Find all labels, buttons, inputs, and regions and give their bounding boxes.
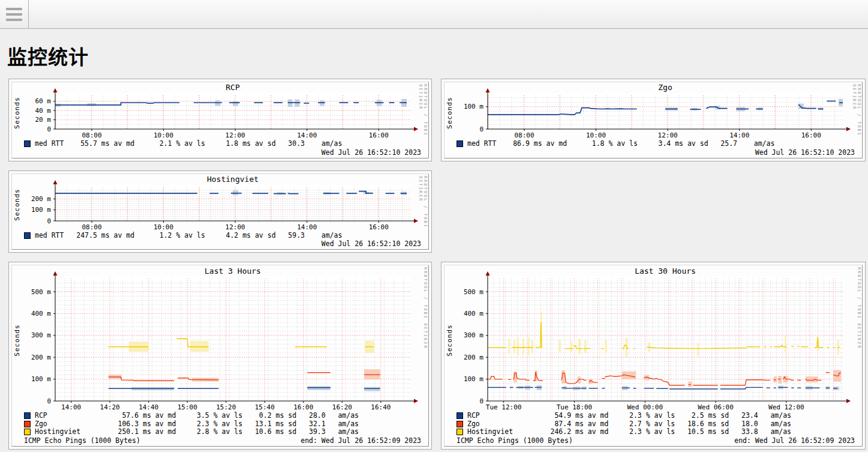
footer-timestamp: end: Wed Jul 26 16:52:09 2023	[734, 436, 855, 445]
svg-text:40 m: 40 m	[35, 107, 52, 115]
svg-text:20 m: 20 m	[35, 116, 52, 124]
hostingviet-legend: med RTT 247.5 ms av md 1.2 % av ls 4.2 m…	[12, 232, 428, 240]
svg-text:0: 0	[479, 397, 483, 405]
svg-text:Seconds: Seconds	[446, 97, 453, 128]
graph-panel-rcp: 08:0010:0012:0014:0016:00020 m40 m60 mRC…	[8, 79, 432, 161]
svg-text:200 m: 200 m	[464, 354, 483, 361]
legend-text: Hostingviet 250.1 ms av md 2.8 % av ls 1…	[35, 428, 359, 436]
svg-text:15:20: 15:20	[216, 403, 236, 411]
footer-timestamp: Wed Jul 26 16:52:10 2023	[755, 148, 855, 157]
svg-text:14:00: 14:00	[729, 131, 749, 139]
last-30-hours-footer: ICMP Echo Pings (1000 Bytes) end: Wed Ju…	[444, 436, 862, 446]
svg-text:400 m: 400 m	[464, 310, 483, 318]
svg-text:100 m: 100 m	[31, 206, 51, 214]
svg-text:14:00: 14:00	[297, 223, 317, 231]
svg-text:16:00: 16:00	[369, 223, 389, 231]
legend-swatch	[24, 140, 31, 147]
legend-row: med RTT 86.9 ms av md 1.8 % av ls 3.4 ms…	[444, 140, 862, 148]
svg-text:14:00: 14:00	[297, 131, 317, 139]
legend-row: Zgo 87.4 ms av md 2.7 % av ls 18.6 ms sd…	[444, 420, 862, 429]
svg-text:16:00: 16:00	[293, 403, 313, 411]
rrdtool-watermark: RRDTOOL / TOBI OETIKER	[418, 176, 428, 250]
legend-text: RCP 57.6 ms av md 3.5 % av ls 0.2 ms sd …	[35, 412, 359, 420]
svg-text:100 m: 100 m	[464, 103, 483, 110]
footer-probe-info: ICMP Echo Pings (1000 Bytes)	[24, 436, 140, 445]
legend-text: Hostingviet 246.2 ms av md 2.3 % av ls 1…	[467, 428, 791, 436]
svg-text:10:00: 10:00	[154, 223, 173, 231]
svg-text:500 m: 500 m	[31, 288, 51, 296]
legend-swatch	[456, 421, 463, 427]
legend-row: med RTT 55.7 ms av md 2.1 % av ls 1.8 ms…	[12, 140, 428, 148]
footer-probe-info: ICMP Echo Pings (1000 Bytes)	[456, 436, 573, 445]
menu-button[interactable]	[0, 0, 29, 28]
legend-row: med RTT 247.5 ms av md 1.2 % av ls 4.2 m…	[12, 232, 428, 240]
legend-swatch	[24, 232, 31, 239]
zgo-legend: med RTT 86.9 ms av md 1.8 % av ls 3.4 ms…	[444, 140, 862, 148]
svg-text:0: 0	[47, 217, 51, 224]
hostingviet-graph-link[interactable]: 08:0010:0012:0014:0016:000100 m200 mHost…	[11, 173, 429, 250]
legend-text: med RTT 55.7 ms av md 2.1 % av ls 1.8 ms…	[35, 140, 342, 148]
svg-text:Last 30 Hours: Last 30 Hours	[635, 267, 696, 276]
zgo-footer: Wed Jul 26 16:52:10 2023	[444, 148, 862, 158]
svg-text:08:00: 08:00	[82, 223, 101, 231]
last-3-hours-graph-link[interactable]: 14:0014:2014:4015:0015:2015:4016:0016:20…	[11, 265, 429, 447]
legend-row: Hostingviet 250.1 ms av md 2.8 % av ls 1…	[12, 428, 428, 436]
svg-text:60 m: 60 m	[35, 97, 52, 105]
svg-text:12:00: 12:00	[226, 223, 245, 231]
svg-text:10:00: 10:00	[154, 131, 173, 139]
svg-text:08:00: 08:00	[514, 131, 534, 139]
svg-text:0: 0	[47, 397, 51, 405]
svg-text:Seconds: Seconds	[13, 324, 21, 356]
svg-text:0: 0	[479, 125, 483, 133]
last-3-hours-footer: ICMP Echo Pings (1000 Bytes) end: Wed Ju…	[12, 436, 428, 446]
last-3-hours-plot: 14:0014:2014:4015:0015:2015:4016:0016:20…	[12, 265, 427, 412]
legend-swatch	[456, 140, 463, 147]
footer-timestamp: end: Wed Jul 26 16:52:09 2023	[301, 436, 421, 445]
zgo-plot: 08:0010:0012:0014:0016:000100 mZgoSecond…	[444, 82, 860, 140]
legend-row: RCP 57.6 ms av md 3.5 % av ls 0.2 ms sd …	[12, 412, 428, 420]
legend-swatch	[456, 429, 463, 435]
svg-text:12:00: 12:00	[658, 131, 678, 139]
svg-text:Zgo: Zgo	[658, 83, 672, 92]
legend-swatch	[24, 412, 31, 419]
graph-panel-last-3-hours: 14:0014:2014:4015:0015:2015:4016:0016:20…	[8, 262, 432, 450]
svg-text:08:00: 08:00	[82, 131, 101, 139]
svg-text:300 m: 300 m	[31, 331, 51, 339]
svg-text:16:40: 16:40	[371, 403, 391, 411]
graph-panel-last-30-hours: Tue 12:00Tue 18:00Wed 00:00Wed 06:00Wed …	[441, 262, 866, 450]
svg-text:Tue 18:00: Tue 18:00	[557, 403, 593, 411]
legend-swatch	[24, 421, 31, 427]
last-3-hours-legend: RCP 57.6 ms av md 3.5 % av ls 0.2 ms sd …	[12, 412, 428, 436]
svg-text:16:20: 16:20	[332, 403, 352, 411]
graph-panel-hostingviet: 08:0010:0012:0014:0016:000100 m200 mHost…	[8, 170, 432, 253]
svg-text:400 m: 400 m	[31, 310, 51, 318]
svg-text:16:00: 16:00	[801, 131, 821, 139]
footer-timestamp: Wed Jul 26 16:52:10 2023	[322, 240, 421, 248]
svg-text:Seconds: Seconds	[13, 188, 21, 220]
rrdtool-watermark: RRDTOOL / TOBI OETIKER	[857, 267, 861, 349]
svg-text:Seconds: Seconds	[446, 324, 453, 356]
svg-text:100 m: 100 m	[464, 375, 483, 383]
svg-text:200 m: 200 m	[31, 354, 51, 361]
footer-timestamp: Wed Jul 26 16:52:10 2023	[322, 148, 421, 157]
page-title: 监控统计	[7, 41, 868, 70]
legend-text: Zgo 87.4 ms av md 2.7 % av ls 18.6 ms sd…	[467, 420, 791, 428]
top-bar	[0, 0, 868, 29]
legend-swatch	[24, 429, 31, 435]
legend-text: RCP 54.9 ms av md 2.3 % av ls 2.5 ms sd …	[467, 412, 791, 420]
rcp-footer: Wed Jul 26 16:52:10 2023	[12, 148, 428, 158]
zgo-graph-link[interactable]: 08:0010:0012:0014:0016:000100 mZgoSecond…	[444, 82, 863, 158]
svg-text:14:00: 14:00	[61, 403, 81, 411]
rcp-graph-link[interactable]: 08:0010:0012:0014:0016:00020 m40 m60 mRC…	[11, 82, 429, 158]
svg-text:16:00: 16:00	[369, 131, 389, 139]
legend-row: Zgo 106.3 ms av md 2.3 % av ls 13.1 ms s…	[12, 420, 428, 429]
svg-text:Hostingviet: Hostingviet	[207, 175, 259, 184]
svg-text:15:00: 15:00	[178, 403, 197, 411]
svg-text:15:40: 15:40	[255, 403, 275, 411]
hostingviet-footer: Wed Jul 26 16:52:10 2023	[12, 240, 428, 249]
rcp-legend: med RTT 55.7 ms av md 2.1 % av ls 1.8 ms…	[12, 140, 428, 148]
rrdtool-watermark: RRDTOOL / TOBI OETIKER	[418, 84, 428, 158]
legend-row: Hostingviet 246.2 ms av md 2.3 % av ls 1…	[444, 428, 862, 436]
last-30-hours-graph-link[interactable]: Tue 12:00Tue 18:00Wed 00:00Wed 06:00Wed …	[444, 265, 863, 447]
svg-text:Wed 00:00: Wed 00:00	[627, 403, 663, 411]
